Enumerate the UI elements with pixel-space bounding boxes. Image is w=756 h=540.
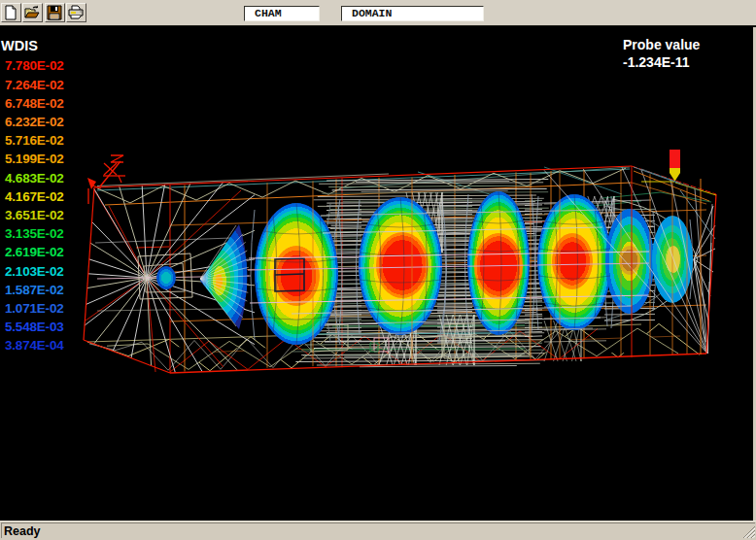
svg-text:Probe value: Probe value [623,37,701,52]
svg-text:1.587E-02: 1.587E-02 [5,283,64,297]
svg-text:6.232E-02: 6.232E-02 [5,115,64,129]
svg-text:2.619E-02: 2.619E-02 [5,245,64,259]
svg-text:7.780E-02: 7.780E-02 [5,58,64,73]
svg-text:4.683E-02: 4.683E-02 [5,171,64,186]
svg-text:1.071E-02: 1.071E-02 [5,301,64,316]
svg-text:3.135E-02: 3.135E-02 [5,226,64,241]
svg-text:7.264E-02: 7.264E-02 [5,78,64,92]
svg-text:4.167E-02: 4.167E-02 [5,189,64,204]
svg-text:-1.234E-11: -1.234E-11 [623,54,690,70]
svg-text:6.748E-02: 6.748E-02 [5,96,64,111]
svg-text:2.103E-02: 2.103E-02 [5,264,64,279]
svg-text:5.548E-03: 5.548E-03 [5,320,64,334]
svg-text:5.716E-02: 5.716E-02 [5,133,64,148]
svg-text:5.199E-02: 5.199E-02 [5,152,64,166]
svg-text:WDIS: WDIS [1,38,38,53]
svg-text:3.651E-02: 3.651E-02 [5,208,64,222]
svg-text:3.874E-04: 3.874E-04 [5,338,64,353]
